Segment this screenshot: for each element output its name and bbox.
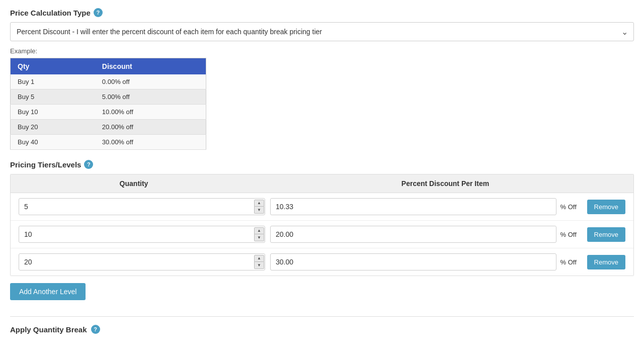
example-cell-discount: 0.00% off <box>95 74 206 89</box>
example-row: Buy 55.00% off <box>11 89 206 105</box>
example-cell-qty: Buy 20 <box>11 120 95 135</box>
apply-qty-break-title: Apply Quantity Break <box>10 325 87 334</box>
example-col-qty: Qty <box>11 58 95 75</box>
example-cell-discount: 10.00% off <box>95 105 206 120</box>
quantity-spinner: ▲▼ <box>254 200 264 214</box>
quantity-spin-up[interactable]: ▲ <box>254 227 264 234</box>
quantity-input-wrapper: ▲▼ <box>19 226 265 243</box>
tier-discount-cell: % OffRemove <box>270 226 625 243</box>
discount-input[interactable] <box>270 226 556 243</box>
example-row: Buy 2020.00% off <box>11 120 206 135</box>
quantity-spin-up[interactable]: ▲ <box>254 200 264 207</box>
tiers-rows-container: ▲▼% OffRemove▲▼% OffRemove▲▼% OffRemove <box>11 193 633 276</box>
example-cell-qty: Buy 1 <box>11 74 95 89</box>
pricing-tiers-help-icon[interactable]: ? <box>84 160 93 169</box>
quantity-spin-up[interactable]: ▲ <box>254 255 264 262</box>
example-cell-qty: Buy 5 <box>11 89 95 105</box>
tier-discount-cell: % OffRemove <box>270 253 625 270</box>
example-col-discount: Discount <box>95 58 206 75</box>
remove-tier-button[interactable]: Remove <box>587 200 625 214</box>
price-calc-type-help-icon[interactable]: ? <box>94 8 103 17</box>
apply-qty-help-icon[interactable]: ? <box>91 325 100 334</box>
price-calc-dropdown-wrapper: Percent Discount - I will enter the perc… <box>10 22 634 41</box>
percent-off-label: % Off <box>560 231 583 238</box>
remove-tier-button[interactable]: Remove <box>587 255 625 269</box>
tier-quantity-cell: ▲▼ <box>19 253 265 270</box>
discount-input[interactable] <box>270 253 556 270</box>
pricing-tiers-section: Pricing Tiers/Levels ? Quantity Percent … <box>10 160 634 308</box>
quantity-input[interactable] <box>19 198 265 215</box>
quantity-spin-down[interactable]: ▼ <box>254 207 264 214</box>
example-cell-discount: 20.00% off <box>95 120 206 135</box>
quantity-spin-down[interactable]: ▼ <box>254 262 264 269</box>
add-another-level-button[interactable]: Add Another Level <box>10 283 86 300</box>
example-table: Qty Discount Buy 10.00% offBuy 55.00% of… <box>10 58 206 150</box>
pricing-tiers-title: Pricing Tiers/Levels <box>10 160 81 169</box>
quantity-input[interactable] <box>19 226 265 243</box>
example-cell-qty: Buy 40 <box>11 135 95 150</box>
quantity-spinner: ▲▼ <box>254 255 264 269</box>
tier-quantity-cell: ▲▼ <box>19 198 265 215</box>
percent-off-label: % Off <box>560 203 583 211</box>
apply-qty-break-section: Apply Quantity Break ? <box>10 325 634 334</box>
section-divider <box>10 316 634 317</box>
tiers-discount-header: Percent Discount Per Item <box>257 174 633 193</box>
tiers-table-wrapper: Quantity Percent Discount Per Item ▲▼% O… <box>10 174 634 276</box>
example-label: Example: <box>10 47 634 55</box>
quantity-spinner: ▲▼ <box>254 227 264 241</box>
price-calc-type-select[interactable]: Percent Discount - I will enter the perc… <box>10 22 634 41</box>
tier-discount-cell: % OffRemove <box>270 198 625 215</box>
tier-row: ▲▼% OffRemove <box>11 193 633 221</box>
quantity-input-wrapper: ▲▼ <box>19 198 265 215</box>
quantity-input[interactable] <box>19 253 265 270</box>
tiers-header: Quantity Percent Discount Per Item <box>11 174 633 193</box>
example-cell-discount: 5.00% off <box>95 89 206 105</box>
example-cell-qty: Buy 10 <box>11 105 95 120</box>
example-row: Buy 1010.00% off <box>11 105 206 120</box>
price-calc-type-section: Price Calculation Type ? Percent Discoun… <box>10 8 634 150</box>
example-row: Buy 4030.00% off <box>11 135 206 150</box>
tiers-qty-header: Quantity <box>11 174 257 193</box>
quantity-spin-down[interactable]: ▼ <box>254 234 264 241</box>
example-cell-discount: 30.00% off <box>95 135 206 150</box>
tier-row: ▲▼% OffRemove <box>11 248 633 276</box>
remove-tier-button[interactable]: Remove <box>587 227 625 242</box>
price-calc-type-title: Price Calculation Type <box>10 9 91 17</box>
example-row: Buy 10.00% off <box>11 74 206 89</box>
tier-quantity-cell: ▲▼ <box>19 226 265 243</box>
discount-input[interactable] <box>270 198 556 215</box>
percent-off-label: % Off <box>560 258 583 266</box>
tier-row: ▲▼% OffRemove <box>11 221 633 248</box>
quantity-input-wrapper: ▲▼ <box>19 253 265 270</box>
